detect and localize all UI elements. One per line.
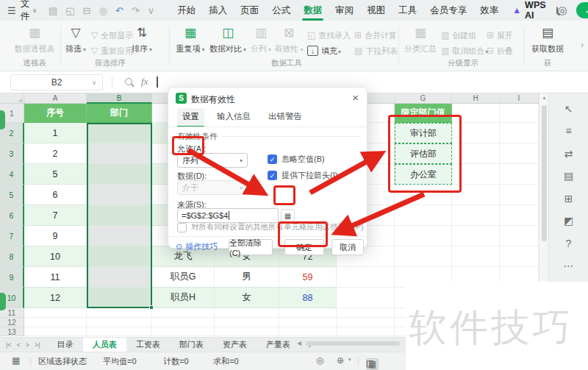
row-header-3[interactable]: 3 (0, 143, 24, 164)
cell-B5[interactable] (87, 185, 152, 205)
allow-select[interactable]: 序列▾ (177, 153, 248, 168)
sheet-tab-目录[interactable]: 目录 (48, 338, 83, 352)
cell-I1[interactable] (500, 104, 539, 123)
apply-all-checkbox[interactable]: 对所有同样设置的其他所有单元格应用这些更改(P) (177, 222, 364, 232)
show-all-button[interactable]: ▽全部显示 (91, 29, 133, 41)
subtotal-button[interactable]: ▦分类汇总 (403, 24, 438, 54)
cell-A11[interactable] (24, 308, 87, 318)
file-menu-button[interactable]: 文件∨ (21, 0, 37, 23)
cell-G6[interactable] (395, 205, 452, 226)
cell-H5[interactable] (452, 185, 500, 205)
menu-item-效率[interactable]: 效率 (473, 0, 505, 21)
cell-E12[interactable] (279, 318, 337, 327)
cell-I7[interactable] (500, 226, 539, 246)
cell-B4[interactable] (87, 164, 152, 185)
hamburger-icon[interactable]: ☰ (7, 5, 16, 16)
cell-E13[interactable] (279, 327, 337, 336)
dialog-tab-设置[interactable]: 设置 (177, 108, 204, 127)
menu-item-会员专享[interactable]: 会员专享 (423, 0, 473, 21)
cell-A4[interactable]: 5 (24, 164, 87, 185)
reapply-button[interactable]: ▽重新应用 (91, 45, 133, 57)
cancel-button[interactable]: 取消 (331, 239, 364, 255)
redo-icon[interactable]: ↷ (132, 5, 140, 16)
print-preview-icon[interactable]: ◎ (99, 5, 107, 16)
sheet-tab-人员表[interactable]: 人员表 (83, 338, 126, 352)
cell-F13[interactable] (337, 327, 395, 336)
fx-icon[interactable]: fx (141, 76, 148, 88)
column-header-H[interactable]: H (452, 93, 500, 104)
cell-H8[interactable] (452, 246, 500, 267)
sheet-nav-icon[interactable]: |< (6, 341, 12, 349)
cell-I8[interactable] (500, 246, 539, 267)
dialog-tab-输入信息[interactable]: 输入信息 (212, 108, 256, 127)
cell-I6[interactable] (500, 205, 539, 226)
menu-item-插入[interactable]: 插入 (202, 0, 234, 21)
cell-A12[interactable] (24, 318, 87, 327)
sheet-nav-icon[interactable]: > (26, 341, 29, 349)
cell-A13[interactable] (24, 327, 87, 336)
cell-I3[interactable] (500, 143, 539, 164)
cell-H7[interactable] (452, 226, 500, 246)
cell-I5[interactable] (500, 185, 539, 205)
more-icon[interactable]: ⋯ (564, 260, 574, 271)
close-icon[interactable]: × (352, 91, 359, 104)
get-data-button[interactable]: ▤获取数据 (528, 24, 567, 54)
create-group-button[interactable]: ▥创建组 (441, 29, 476, 41)
help-icon[interactable]: ? (566, 238, 572, 249)
menu-item-公式[interactable]: 公式 (265, 0, 297, 21)
ignore-blank-checkbox[interactable]: ✓忽略空值(B) (268, 154, 325, 165)
cell-A9[interactable]: 11 (24, 267, 87, 288)
sort-button[interactable]: ⇅排序 (129, 24, 154, 54)
menu-item-视图[interactable]: 视图 (360, 0, 392, 21)
cell-H3[interactable] (452, 143, 500, 164)
row-header-13[interactable]: 13 (0, 327, 24, 336)
cell-C9[interactable]: 职员G (152, 267, 215, 288)
eye-icon[interactable]: ◎ (316, 355, 323, 366)
tips-link[interactable]: ⊙操作技巧 (176, 241, 218, 252)
collapse-button[interactable]: ⊟折叠 (487, 45, 513, 57)
sheet-nav-icon[interactable]: < (17, 341, 21, 349)
cell-A3[interactable]: 2 (24, 143, 87, 164)
pivot-table-button[interactable]: ▦数据透视表 (12, 24, 57, 54)
cell-B7[interactable] (87, 226, 152, 246)
cell-H4[interactable] (452, 164, 500, 185)
cell-B3[interactable] (87, 143, 152, 164)
data-compare-button[interactable]: ◫数据对比 (209, 24, 247, 54)
cell-A10[interactable]: 12 (24, 288, 87, 308)
scroll-up-icon[interactable]: ▲ (542, 95, 547, 100)
row-header-4[interactable]: 4 (0, 164, 24, 185)
source-input[interactable]: =$G$2:$G$4 (177, 208, 279, 223)
save-icon[interactable]: ▤ (49, 5, 57, 16)
cell-E10[interactable]: 88 (279, 288, 337, 308)
clear-all-button[interactable]: 全部清除(C) (229, 239, 273, 255)
menu-item-工具[interactable]: 工具 (392, 0, 423, 21)
cell-B10[interactable] (87, 288, 152, 308)
row-header-9[interactable]: 9 (0, 267, 24, 288)
cell-B6[interactable] (87, 205, 152, 226)
validation-button[interactable]: ⊠有效性 (275, 24, 303, 54)
cell-B13[interactable] (87, 327, 152, 336)
cell-D12[interactable] (215, 318, 279, 327)
cell-H1[interactable] (452, 104, 500, 123)
dropdown-arrow-checkbox[interactable]: ✓提供下拉箭头(I) (268, 170, 337, 181)
cell-I2[interactable] (500, 123, 539, 143)
column-header-A[interactable]: A (24, 93, 87, 104)
text-to-columns-button[interactable]: ▥分列 (248, 24, 273, 54)
row-header-8[interactable]: 8 (0, 246, 24, 267)
cell-B8[interactable] (87, 246, 152, 267)
sheet-tab-资产表[interactable]: 资产表 (213, 338, 257, 352)
cell-C13[interactable] (152, 327, 215, 336)
menu-item-页面[interactable]: 页面 (234, 0, 265, 21)
cell-I4[interactable] (500, 164, 539, 185)
cell-H2[interactable] (452, 123, 500, 143)
cell-A2[interactable]: 1 (24, 123, 87, 143)
range-picker-button[interactable]: ▦ (281, 209, 295, 222)
cell-A5[interactable]: 6 (24, 185, 87, 205)
settings-sliders-icon[interactable]: ≡ (565, 125, 571, 137)
cell-B1[interactable]: 部门 (87, 104, 152, 123)
row-header-7[interactable]: 7 (0, 226, 24, 246)
cell-D10[interactable]: 女 (215, 288, 279, 308)
cell-G5[interactable] (395, 185, 452, 205)
cell-G7[interactable] (395, 226, 452, 246)
cell-C11[interactable] (152, 308, 215, 318)
